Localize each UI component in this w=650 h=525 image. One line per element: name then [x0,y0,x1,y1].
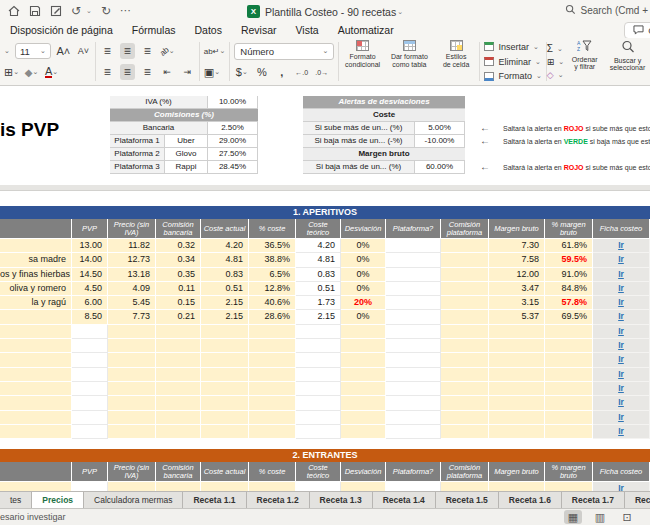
cell-coste_teorico[interactable]: 2.15 [296,310,341,324]
cell-com_banc[interactable]: 0.32 [156,239,201,253]
cell-desviacion[interactable] [341,396,386,410]
cell-pct_coste[interactable]: 6.5% [249,268,296,282]
ficha-costeo-link[interactable]: Ir [618,283,624,293]
cell-desviacion[interactable] [341,411,386,425]
ficha-costeo-link[interactable]: Ir [618,397,624,407]
cell-margen[interactable] [489,425,545,439]
ficha-costeo-link[interactable]: Ir [618,354,624,364]
cell-plataforma[interactable] [386,325,441,339]
conditional-formatting-button[interactable]: Formatocondicional [339,38,386,85]
cell-com_plat[interactable] [441,482,489,491]
sheet-tab-receta-1-7[interactable]: Receta 1.7 [562,492,625,508]
cell-pvp[interactable]: 6.00 [72,296,108,310]
cell-com_banc[interactable] [156,425,201,439]
cell-pvp[interactable]: 13.00 [72,239,108,253]
ficha-costeo-link[interactable]: Ir [618,254,624,264]
cell-name[interactable] [0,368,72,382]
cell-com_banc[interactable] [156,368,201,382]
menu-tab-vista[interactable]: Vista [296,24,319,36]
cell-name[interactable] [0,239,72,253]
fill-color-button[interactable]: ◆⌄ [24,64,39,80]
cell-pct_margen[interactable] [545,382,593,396]
cell-pvp[interactable]: 14.50 [72,268,108,282]
cell-pvp[interactable]: 14.00 [72,253,108,267]
cell-coste_teorico[interactable]: 4.20 [296,239,341,253]
menu-tab-disposición-de-página[interactable]: Disposición de página [10,24,113,36]
cell-pct_margen[interactable] [545,396,593,410]
merge-center-button[interactable]: ▣⌄ [204,64,220,80]
page-layout-view-icon[interactable]: ▥ [591,510,609,524]
cell-precio[interactable] [108,425,156,439]
alert-value-cell[interactable]: -10.00% [415,135,465,148]
cell-pct_coste[interactable]: 36.5% [249,239,296,253]
increase-font-button[interactable]: A˄ [56,43,71,59]
menu-tab-datos[interactable]: Datos [195,24,222,36]
cell-coste_actual[interactable] [201,396,249,410]
currency-format-button[interactable]: $⌄ [234,64,249,80]
find-select-button[interactable]: Buscar yseleccionar [605,38,650,85]
clear-button[interactable]: ◇⌄ [547,69,564,81]
cell-com_plat[interactable] [441,239,489,253]
cell-pct_margen[interactable] [545,411,593,425]
cell-pvp[interactable] [72,339,108,353]
ficha-costeo-link[interactable]: Ir [618,297,624,307]
cell-pct_margen[interactable]: 61.8% [545,239,593,253]
cell-plataforma[interactable] [386,396,441,410]
normal-view-icon[interactable]: ▦ [564,510,582,524]
title-dropdown-icon[interactable]: ⌄ [397,8,403,16]
ficha-costeo-link[interactable]: Ir [618,426,624,436]
ficha-costeo-link[interactable]: Ir [618,311,624,321]
cell-plataforma[interactable] [386,268,441,282]
cell-precio[interactable]: 7.73 [108,310,156,324]
cell-pct_coste[interactable] [249,411,296,425]
cell-coste_actual[interactable]: 0.51 [201,282,249,296]
cell-name[interactable] [0,310,72,324]
cell-plataforma[interactable] [386,239,441,253]
increase-indent-button[interactable]: ⇥ [180,64,195,80]
font-size-select[interactable]: 11⌄ [15,43,51,59]
align-center-button[interactable]: ≡ [120,64,135,80]
cell-coste_actual[interactable]: 0.83 [201,268,249,282]
cell-precio[interactable]: 4.09 [108,282,156,296]
cell-pvp[interactable] [72,411,108,425]
cell-name[interactable]: la y ragú [0,296,72,310]
cell-coste_teorico[interactable]: 0.51 [296,282,341,296]
cell-com_plat[interactable] [441,411,489,425]
cell-name[interactable]: oliva y romero [0,282,72,296]
cell-pct_margen[interactable] [545,353,593,367]
cell-plataforma[interactable] [386,282,441,296]
cell-pct_coste[interactable] [249,353,296,367]
cell-pvp[interactable]: 8.50 [72,310,108,324]
comision-value-cell[interactable]: 27.50% [208,148,258,161]
cell-pct_coste[interactable] [249,368,296,382]
align-middle-button[interactable]: ≡ [120,43,135,59]
cell-coste_teorico[interactable] [296,353,341,367]
ficha-costeo-link[interactable]: Ir [618,383,624,393]
cell-coste_actual[interactable]: 2.15 [201,296,249,310]
sheet-tab-precios[interactable]: Precios [32,492,84,508]
sheet-tab-calculadora-mermas[interactable]: Calculadora mermas [84,492,183,508]
cell-margen[interactable] [489,411,545,425]
cell-com_banc[interactable] [156,325,201,339]
decrease-indent-button[interactable]: ⇤ [160,64,175,80]
menu-tab-automatizar[interactable]: Automatizar [338,24,394,36]
cell-coste_teorico[interactable] [296,382,341,396]
cell-pct_margen[interactable]: 59.5% [545,253,593,267]
cell-desviacion[interactable]: 0% [341,310,386,324]
page-break-view-icon[interactable]: ⊡ [618,510,636,524]
cell-com_banc[interactable] [156,339,201,353]
cell-precio[interactable] [108,368,156,382]
sheet-tab-receta-1-4[interactable]: Receta 1.4 [373,492,436,508]
cell-com_banc[interactable] [156,353,201,367]
cell-margen[interactable] [489,482,545,491]
cell-coste_teorico[interactable]: 1.73 [296,296,341,310]
comision-value-cell[interactable]: 2.50% [208,122,258,135]
cell-name[interactable]: sa madre [0,253,72,267]
document-title[interactable]: Plantilla Costeo - 90 recetas [265,6,396,18]
cell-com_plat[interactable] [441,339,489,353]
cell-com_banc[interactable]: 0.35 [156,268,201,282]
cell-name[interactable] [0,482,72,491]
cell-margen[interactable]: 7.58 [489,253,545,267]
cell-name[interactable] [0,353,72,367]
cell-com_banc[interactable] [156,396,201,410]
